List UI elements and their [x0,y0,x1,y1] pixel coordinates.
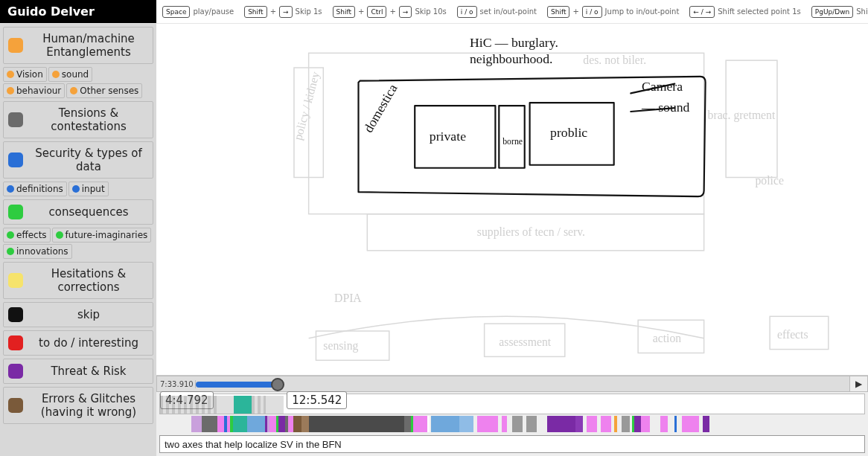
scrub-track[interactable] [196,376,849,391]
category-label: Hesitations & corrections [29,267,148,294]
annotation-segment[interactable] [427,416,430,432]
color-swatch [8,335,23,350]
keycap: Shift [244,6,267,18]
hint-label: Jump to in/out-point [605,7,680,16]
dot-icon [7,87,14,94]
subtag[interactable]: innovations [3,244,72,259]
category-box[interactable]: skip [3,302,153,327]
category-box[interactable]: to do / interesting [3,330,153,356]
next-button[interactable]: ▶ [849,376,867,391]
subtag-label: future-imaginaries [66,230,148,240]
svg-text:sensing: sensing [323,339,358,353]
annotation-segment[interactable] [575,416,582,432]
hint-group: PgUp/DwnShift selected point 10s [811,6,868,18]
subtag[interactable]: behaviour [3,83,65,98]
annotation-segment[interactable] [634,416,641,432]
dot-icon [7,71,14,78]
annotation-segment[interactable] [293,416,301,432]
color-swatch [8,38,23,53]
tag-row: effectsfuture-imaginariesinnovations [3,228,153,259]
annotation-segment[interactable] [622,416,630,432]
annotation-segment[interactable] [526,416,537,432]
annotation-segment[interactable] [337,416,366,432]
annotation-segment[interactable] [431,416,444,432]
annotation-segment[interactable] [561,416,575,432]
category-box[interactable]: Tensions & contestations [3,101,153,138]
annotation-row[interactable] [159,416,865,432]
annotation-segment[interactable] [660,416,667,432]
category-label: Threat & Risk [29,365,148,378]
subtag[interactable]: definitions [3,182,67,196]
annotation-segment[interactable] [444,416,459,432]
category-box[interactable]: Threat & Risk [3,359,153,384]
subtag[interactable]: sound [48,67,92,82]
subtag-label: sound [62,69,89,80]
svg-text:suppliers of tecn / serv.: suppliers of tecn / serv. [477,225,585,239]
annotation-segment[interactable] [233,416,247,432]
annotation-segment[interactable] [191,416,202,432]
category-box[interactable]: Errors & Glitches (having it wrong) [3,387,153,424]
svg-text:DPIA: DPIA [334,292,362,304]
svg-text:policy / kidney: policy / kidney [291,70,322,141]
out-point-label[interactable]: 12:5.542 [287,391,347,409]
annotation-segment[interactable] [502,416,508,432]
annotation-segment[interactable] [202,416,217,432]
keycap: Space [162,6,190,18]
category-label: Errors & Glitches (having it wrong) [29,392,148,419]
drawing-canvas[interactable]: des. not biler. brac. gretment police su… [156,24,868,375]
annotation-segment[interactable] [366,416,386,432]
annotation-segment[interactable] [587,416,597,432]
annotation-segment[interactable] [309,416,337,432]
subtag[interactable]: effects [3,228,51,243]
annotation-segment[interactable] [703,416,709,432]
dot-icon [52,71,60,78]
category-box[interactable]: Human/machine Entanglements [3,27,153,64]
timeline: 7:33.910 ▶ 4:4.792 12:5.542 [156,375,868,456]
color-swatch [8,364,23,379]
tag-row: VisionsoundbehaviourOther senses [3,67,153,98]
subtag[interactable]: Vision [3,67,47,82]
sketch-svg: des. not biler. brac. gretment police su… [156,24,868,375]
category-sidebar: Human/machine EntanglementsVisionsoundbe… [0,24,156,456]
annotation-segment[interactable] [269,416,276,432]
hint-group: i / oset in/out-point [457,6,537,18]
annotation-segment[interactable] [512,416,523,432]
category-box[interactable]: Hesitations & corrections [3,262,153,299]
annotation-segment[interactable] [601,416,611,432]
category-box[interactable]: consequences [3,199,153,225]
annotation-segment[interactable] [547,416,561,432]
svg-text:brac. gretment: brac. gretment [708,109,776,122]
selection-row[interactable]: 4:4.792 12:5.542 [159,394,865,414]
selection-segment [234,396,252,414]
subtag-label: Other senses [80,86,138,96]
annotation-segment[interactable] [682,416,700,432]
annotation-segment[interactable] [301,416,308,432]
category-box[interactable]: Security & types of data [3,141,153,179]
subtag[interactable]: future-imaginaries [52,228,152,243]
category-label: Tensions & contestations [29,106,148,133]
svg-text:effects: effects [777,328,808,341]
keycap: i / o [582,6,602,18]
selection-segment [266,396,284,414]
topbar: Guido Delver Spaceplay/pauseShift+→Skip … [0,0,868,24]
color-swatch [8,205,23,219]
annotation-segment[interactable] [413,416,427,432]
annotation-text-input[interactable] [159,435,865,453]
subtag[interactable]: Other senses [66,83,142,98]
scrub-handle[interactable] [271,378,284,391]
annotation-segment[interactable] [459,416,473,432]
svg-text:neighbourhood.: neighbourhood. [470,51,553,66]
annotation-segment[interactable] [477,416,498,432]
annotation-segment[interactable] [614,416,617,432]
subtag[interactable]: input [68,182,109,196]
annotation-segment[interactable] [386,416,404,432]
annotation-segment[interactable] [217,416,224,432]
annotation-segment[interactable] [404,416,411,432]
annotation-segment[interactable] [641,416,649,432]
hint-label: Skip 10s [415,7,446,16]
annotation-segment[interactable] [288,416,293,432]
annotation-segment[interactable] [247,416,266,432]
annotation-segment[interactable] [674,416,677,432]
annotation-segment[interactable] [278,416,285,432]
content-pane: des. not biler. brac. gretment police su… [156,24,868,456]
